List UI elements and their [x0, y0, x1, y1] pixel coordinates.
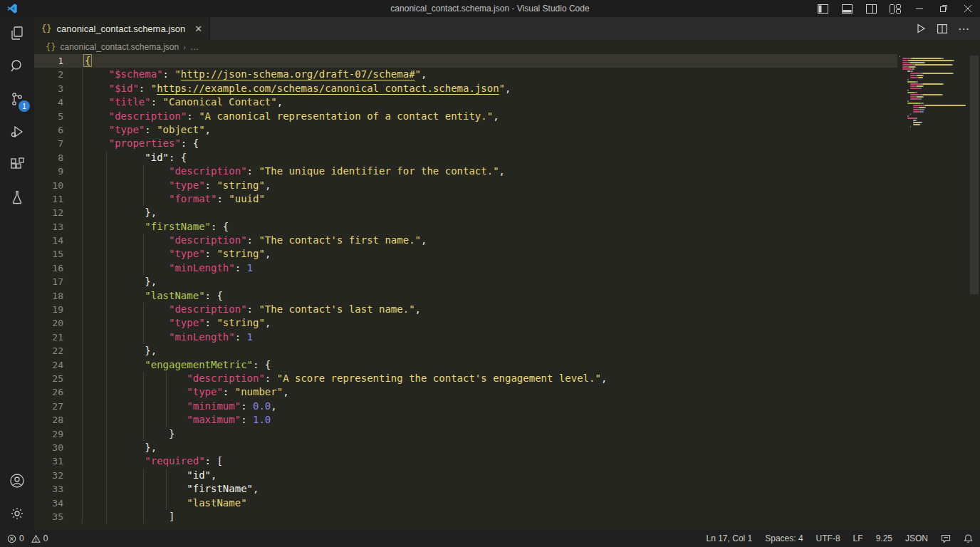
- code-line[interactable]: 19"description": "The contact's last nam…: [34, 303, 897, 316]
- search-icon[interactable]: [0, 50, 34, 83]
- code-line[interactable]: 34"lastName": [34, 496, 897, 510]
- indent-guide: [82, 220, 83, 234]
- code-line[interactable]: 5"description": "A canonical representat…: [34, 110, 897, 123]
- code-line[interactable]: 18"lastName": {: [34, 289, 897, 303]
- code-line[interactable]: 14"description": "The contact's first na…: [34, 234, 897, 247]
- cursor-position[interactable]: Ln 17, Col 1: [707, 533, 753, 543]
- code-line[interactable]: 10"type": "string",: [34, 179, 897, 192]
- code-line[interactable]: 31"required": [: [34, 454, 897, 468]
- version-indicator[interactable]: 9.25: [876, 533, 892, 543]
- code-token: ,: [205, 124, 211, 135]
- code-line[interactable]: 11"format": "uuid": [34, 192, 897, 206]
- code-token: ,: [415, 303, 421, 315]
- code-token: :: [139, 83, 151, 94]
- more-actions-icon[interactable]: ⋯: [954, 19, 973, 38]
- eol-setting[interactable]: LF: [853, 533, 863, 543]
- breadcrumb-more[interactable]: …: [190, 42, 199, 52]
- code-line[interactable]: 33"firstName",: [34, 482, 897, 496]
- line-number: 35: [34, 510, 78, 523]
- code-line[interactable]: 17},: [34, 275, 897, 288]
- encoding-setting[interactable]: UTF-8: [816, 533, 840, 543]
- restore-button[interactable]: [932, 0, 956, 17]
- source-control-icon[interactable]: 1: [0, 83, 34, 115]
- toggle-primary-sidebar-icon[interactable]: [810, 0, 835, 17]
- split-editor-icon[interactable]: [933, 19, 952, 38]
- code-line[interactable]: 13"firstName": {: [34, 220, 897, 234]
- code-line[interactable]: 1{: [34, 54, 897, 68]
- editor[interactable]: 1{2"$schema": "http://json-schema.org/dr…: [34, 54, 980, 530]
- line-text: ]: [78, 510, 897, 523]
- breadcrumb-file[interactable]: canonical_contact.schema.json: [60, 42, 179, 52]
- minimap-token: [907, 103, 921, 104]
- accounts-icon[interactable]: [0, 464, 34, 497]
- code-line[interactable]: 26"type": "number",: [34, 385, 897, 399]
- line-text: "description": "A canonical representati…: [78, 110, 897, 123]
- problems-indicator[interactable]: 0 0: [7, 533, 48, 543]
- code-line[interactable]: 9"description": "The unique identifier f…: [34, 165, 897, 178]
- minimap[interactable]: [897, 54, 969, 530]
- code-line[interactable]: 21"minLength": 1: [34, 330, 897, 344]
- indent-guide: [143, 510, 144, 523]
- minimap-token: [910, 96, 914, 98]
- toggle-secondary-sidebar-icon[interactable]: [859, 0, 883, 17]
- code-token: "id": [145, 152, 169, 163]
- code-line[interactable]: 32"id",: [34, 469, 897, 482]
- line-text: "$schema": "http://json-schema.org/draft…: [78, 68, 897, 81]
- tab-close-icon[interactable]: ✕: [194, 24, 202, 34]
- line-text: "type": "string",: [78, 179, 897, 192]
- code-line[interactable]: 24"engagementMetric": {: [34, 358, 897, 372]
- tab-canonical-contact-schema[interactable]: {} canonical_contact.schema.json ✕: [34, 17, 210, 40]
- indent-guide: [82, 316, 83, 330]
- code-line[interactable]: 2"$schema": "http://json-schema.org/draf…: [34, 68, 897, 81]
- extensions-icon[interactable]: [0, 148, 34, 181]
- code-line[interactable]: 4"title": "Canonical Contact",: [34, 95, 897, 109]
- code-token: :: [205, 317, 217, 328]
- code-line[interactable]: 8"id": {: [34, 151, 897, 165]
- code-line[interactable]: 25"description": "A score representing t…: [34, 372, 897, 385]
- code-token: "minLength": [169, 331, 235, 343]
- run-debug-icon[interactable]: [0, 115, 34, 148]
- code-line[interactable]: 16"minLength": 1: [34, 261, 897, 275]
- notifications-bell-icon[interactable]: [964, 533, 973, 543]
- language-mode[interactable]: JSON: [905, 533, 928, 543]
- code-area[interactable]: 1{2"$schema": "http://json-schema.org/dr…: [34, 54, 897, 530]
- indentation-setting[interactable]: Spaces: 4: [765, 533, 803, 543]
- indent-guide: [106, 510, 107, 523]
- code-token: "format": [169, 193, 217, 204]
- indent-guide: [82, 510, 83, 523]
- minimap-token: [923, 85, 924, 87]
- code-token: },: [145, 345, 157, 356]
- run-file-icon[interactable]: [912, 19, 930, 38]
- code-line[interactable]: 3"$id": "https://example.com/schemas/can…: [34, 82, 897, 95]
- code-line[interactable]: 27"minimum": 0.0,: [34, 400, 897, 413]
- indent-guide: [106, 413, 107, 427]
- minimize-button[interactable]: [907, 0, 932, 17]
- code-line[interactable]: 12},: [34, 206, 897, 219]
- code-token: "A canonical representation of a contact…: [199, 110, 493, 122]
- code-line[interactable]: 22},: [34, 344, 897, 358]
- code-line[interactable]: 6"type": "object",: [34, 123, 897, 137]
- minimap-token: [915, 118, 917, 119]
- code-line[interactable]: 28"maximum": 1.0: [34, 413, 897, 427]
- indent-guide: [82, 454, 83, 468]
- code-line[interactable]: 29}: [34, 427, 897, 441]
- code-line[interactable]: 20"type": "string",: [34, 316, 897, 330]
- indent-guide: [166, 413, 167, 427]
- toggle-panel-icon[interactable]: [835, 0, 859, 17]
- code-token: :: [247, 165, 259, 177]
- settings-gear-icon[interactable]: [0, 497, 34, 530]
- code-line[interactable]: 7"properties": {: [34, 137, 897, 150]
- explorer-icon[interactable]: [0, 17, 34, 50]
- customize-layout-icon[interactable]: [883, 0, 907, 17]
- editor-scrollbar[interactable]: [969, 54, 980, 530]
- feedback-icon[interactable]: [941, 534, 951, 543]
- minimap-token: [916, 120, 917, 121]
- code-line[interactable]: 35]: [34, 510, 897, 523]
- code-line[interactable]: 15"type": "string",: [34, 247, 897, 261]
- scrollbar-thumb[interactable]: [970, 56, 979, 294]
- code-line[interactable]: 30},: [34, 441, 897, 454]
- close-button[interactable]: [956, 0, 980, 17]
- code-token: ,: [265, 179, 271, 191]
- testing-icon[interactable]: [0, 181, 34, 214]
- indent-guide: [106, 247, 107, 261]
